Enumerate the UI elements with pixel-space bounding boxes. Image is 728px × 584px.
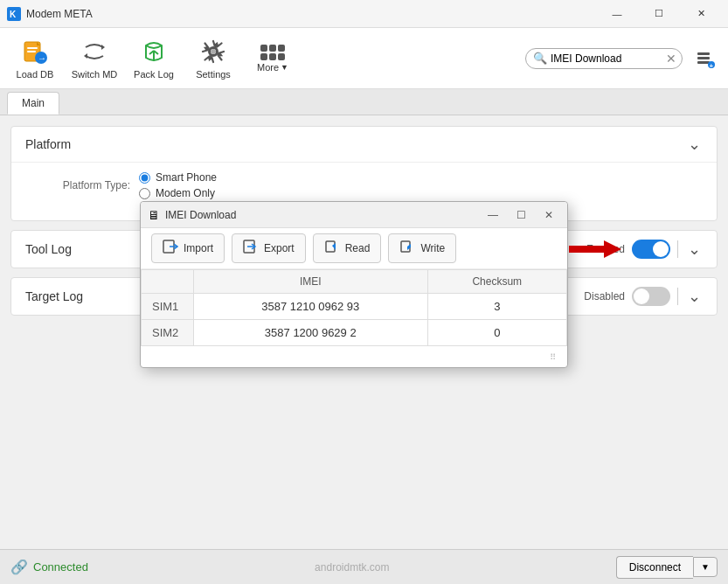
- export-icon: [243, 239, 259, 258]
- modal-watermark: ⠿: [141, 346, 567, 367]
- table-row: SIM2 3587 1200 9629 2 0: [142, 320, 567, 346]
- export-button[interactable]: Export: [232, 233, 306, 263]
- imei-table-container: IMEI Checksum SIM1 3587 1210 0962 93 3 S…: [141, 269, 567, 367]
- imei-table: IMEI Checksum SIM1 3587 1210 0962 93 3 S…: [141, 269, 567, 346]
- read-button[interactable]: Read: [313, 233, 382, 263]
- sim1-imei: 3587 1210 0962 93: [194, 294, 428, 320]
- import-label: Import: [184, 242, 213, 254]
- write-icon: [399, 239, 415, 258]
- modal-title-text: IMEI Download: [165, 209, 476, 221]
- modal-toolbar: Import Export: [141, 228, 567, 269]
- modal-maximize-button[interactable]: ☐: [510, 205, 532, 225]
- svg-marker-28: [569, 240, 621, 258]
- write-button[interactable]: Write: [388, 233, 456, 263]
- modal-close-button[interactable]: ✕: [537, 205, 560, 225]
- sim2-label: SIM2: [142, 320, 194, 346]
- modal-toolbar-wrap: Import Export: [141, 228, 567, 269]
- write-label: Write: [420, 242, 445, 254]
- modal-titlebar: 🖥 IMEI Download — ☐ ✕: [141, 202, 567, 228]
- sim1-label: SIM1: [142, 294, 194, 320]
- read-label: Read: [345, 242, 371, 254]
- read-icon: [324, 239, 340, 258]
- export-label: Export: [264, 242, 295, 254]
- table-row: SIM1 3587 1210 0962 93 3: [142, 294, 567, 320]
- col-header-imei: IMEI: [194, 270, 428, 294]
- modal-overlay: 🖥 IMEI Download — ☐ ✕ Import: [0, 0, 728, 584]
- arrow-indicator: [569, 237, 621, 261]
- col-header-checksum: Checksum: [427, 270, 566, 294]
- sim1-checksum: 3: [427, 294, 566, 320]
- modal-minimize-button[interactable]: —: [482, 205, 504, 225]
- sim2-imei: 3587 1200 9629 2: [194, 320, 428, 346]
- import-button[interactable]: Import: [151, 233, 225, 263]
- sim2-checksum: 0: [427, 320, 566, 346]
- modal-title-icon: 🖥: [148, 208, 160, 222]
- col-header-blank: [142, 270, 194, 294]
- imei-download-modal: 🖥 IMEI Download — ☐ ✕ Import: [140, 201, 568, 368]
- import-icon: [163, 239, 178, 258]
